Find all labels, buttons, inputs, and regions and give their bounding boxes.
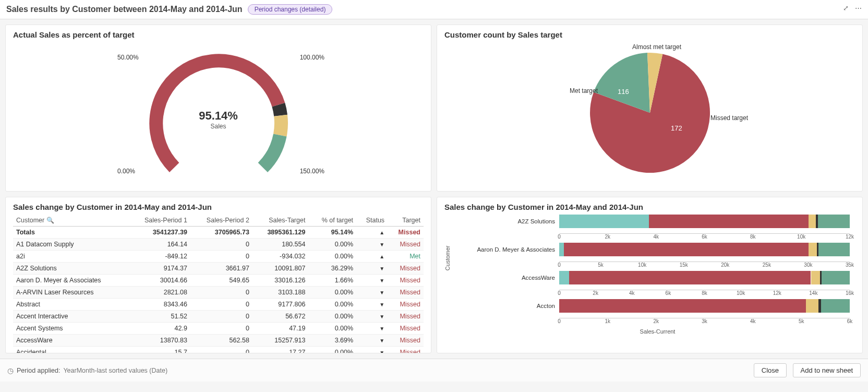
cell-pct: 0.00% (308, 311, 356, 323)
table-row[interactable]: A-ARVIN Laser Resources2821.0803103.1880… (13, 287, 424, 299)
table-header-row: Customer🔍 Sales-Period 1 Sales-Period 2 … (13, 215, 424, 227)
cell-status: ▲ (356, 227, 388, 239)
cell-target: 9177.806 (252, 299, 309, 311)
cell-p2: 3705965.73 (190, 227, 252, 239)
bar-xlabel: Sales-Current (465, 328, 850, 335)
cell-p1: 51.52 (128, 311, 190, 323)
cell-customer: A2Z Solutions (13, 263, 128, 275)
bar-tick: 12k (846, 234, 854, 240)
sales-table[interactable]: Customer🔍 Sales-Period 1 Sales-Period 2 … (13, 215, 424, 353)
cell-customer: AccessWare (13, 335, 128, 347)
cell-targetres: Missed (388, 287, 424, 299)
bar-row[interactable]: Aaron D. Meyer & Associates (465, 243, 850, 256)
cell-p1: 2821.08 (128, 287, 190, 299)
cell-p1: 42.9 (128, 323, 190, 335)
cell-p2: 0 (190, 323, 252, 335)
bar-row[interactable]: Accton (465, 299, 850, 313)
table-row[interactable]: Abstract8343.4609177.8060.00%▼Missed (13, 299, 424, 311)
table-row[interactable]: A2Z Solutions9174.373661.9710091.80736.2… (13, 263, 424, 275)
bar-tick: 10k (737, 290, 745, 296)
pie-value-missed: 172 (671, 124, 682, 132)
cell-customer: A-ARVIN Laser Resources (13, 287, 128, 299)
gauge-tick-100: 100.00% (300, 54, 324, 61)
cell-p2: 0 (190, 347, 252, 354)
table-row[interactable]: Accent Interactive51.52056.6720.00%▼Miss… (13, 311, 424, 323)
bar-tick: 2k (593, 290, 598, 296)
bar-tick: 5k (598, 262, 604, 268)
col-status[interactable]: Status (356, 215, 388, 227)
add-to-sheet-button[interactable]: Add to new sheet (793, 363, 861, 377)
cell-p1: -849.12 (128, 251, 190, 263)
table-row[interactable]: a2i-849.120-934.0320.00%▲Met (13, 251, 424, 263)
cell-p1: 30014.66 (128, 275, 190, 287)
bar-tick: 30k (804, 262, 812, 268)
bar-tick: 4k (750, 318, 756, 324)
table-row[interactable]: A1 Datacom Supply164.140180.5540.00%▼Mis… (13, 239, 424, 251)
bar-tick: 4k (653, 234, 659, 240)
col-target[interactable]: Sales-Target (252, 215, 309, 227)
bar-tick: 6k (847, 318, 853, 324)
gauge-chart[interactable]: 95.14% Sales 0.00% 50.00% 100.00% 150.00… (13, 42, 424, 178)
cell-p2: 549.65 (190, 275, 252, 287)
table-panel: Sales change by Customer in 2014-May and… (5, 197, 431, 353)
bar-tick: 6k (702, 234, 707, 240)
gauge-tick-0: 0.00% (117, 168, 135, 175)
search-icon[interactable]: 🔍 (46, 217, 54, 224)
bar-category-label: A2Z Solutions (465, 218, 559, 224)
close-button[interactable]: Close (754, 363, 787, 377)
table-row[interactable]: Totals3541237.393705965.733895361.12995.… (13, 227, 424, 239)
col-targetres[interactable]: Target (388, 215, 424, 227)
col-p1[interactable]: Sales-Period 1 (128, 215, 190, 227)
pie-chart[interactable]: 116 172 Almost met target Met target Mis… (444, 42, 855, 178)
bar-segment (818, 243, 850, 256)
table-row[interactable]: Accent Systems42.9047.190.00%▼Missed (13, 323, 424, 335)
cell-targetres: Missed (388, 335, 424, 347)
bar-tick: 14k (809, 290, 817, 296)
header-actions: ⤢ ⋯ (843, 4, 862, 12)
cell-pct: 0.00% (308, 347, 356, 354)
bar-segment (809, 215, 816, 228)
table-row[interactable]: Aaron D. Meyer & Associates30014.66549.6… (13, 275, 424, 287)
table-row[interactable]: AccessWare13870.83562.5815257.9133.69%▼M… (13, 335, 424, 347)
table-row[interactable]: Accidental15.7017.270.00%▼Missed (13, 347, 424, 354)
more-icon[interactable]: ⋯ (855, 4, 862, 12)
footer: Period applied: YearMonth-last sorted va… (0, 359, 868, 382)
bar-segment (559, 271, 569, 284)
bar-category-label: Accton (465, 303, 559, 309)
cell-target: -934.032 (252, 251, 309, 263)
bar-segment (559, 215, 649, 228)
bar-tick: 3k (702, 318, 707, 324)
period-changes-badge[interactable]: Period changes (detailed) (248, 4, 333, 15)
cell-p2: 0 (190, 287, 252, 299)
clock-icon (7, 366, 14, 375)
col-p2[interactable]: Sales-Period 2 (190, 215, 252, 227)
bar-row[interactable]: A2Z Solutions (465, 215, 850, 228)
cell-customer: Aaron D. Meyer & Associates (13, 275, 128, 287)
bar-tick: 10k (638, 262, 646, 268)
bar-chart[interactable]: Customer A2Z Solutions02k4k6k8k10k12kAar… (444, 215, 855, 345)
cell-targetres: Missed (388, 263, 424, 275)
col-customer[interactable]: Customer🔍 (13, 215, 128, 227)
cell-customer: Abstract (13, 299, 128, 311)
bar-tick: 8k (750, 234, 756, 240)
cell-target: 3895361.129 (252, 227, 309, 239)
cell-target: 15257.913 (252, 335, 309, 347)
cell-target: 180.554 (252, 239, 309, 251)
cell-target: 33016.126 (252, 275, 309, 287)
pie-label-almost: Almost met target (632, 43, 681, 51)
col-pct[interactable]: % of target (308, 215, 356, 227)
cell-p1: 15.7 (128, 347, 190, 354)
gauge-panel: Actual Sales as percent of target 95.14%… (5, 25, 431, 192)
pie-panel: Customer count by Sales target 116 172 A… (437, 25, 863, 192)
cell-targetres: Missed (388, 347, 424, 354)
cell-targetres: Missed (388, 239, 424, 251)
cell-p1: 13870.83 (128, 335, 190, 347)
cell-p1: 164.14 (128, 239, 190, 251)
cell-target: 10091.807 (252, 263, 309, 275)
bar-row[interactable]: AccessWare (465, 271, 850, 284)
cell-p1: 8343.46 (128, 299, 190, 311)
collapse-icon[interactable]: ⤢ (843, 4, 849, 12)
gauge-label: Sales (199, 123, 238, 130)
cell-targetres: Missed (388, 275, 424, 287)
pie-label-missed: Missed target (710, 114, 748, 122)
